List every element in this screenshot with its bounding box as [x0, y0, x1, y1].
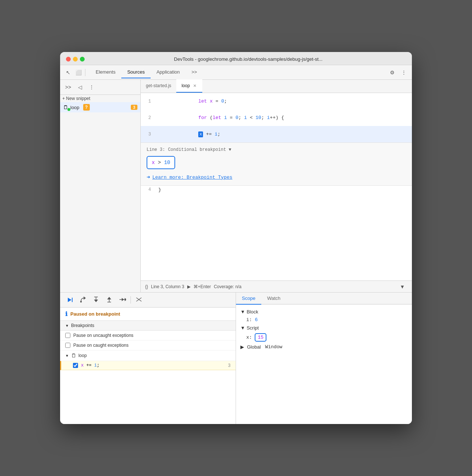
conditional-breakpoint-badge: ?: [83, 104, 90, 111]
line-content-4: }: [155, 187, 161, 193]
tab-application[interactable]: Application: [151, 66, 186, 78]
scope-watch-tabs: Scope Watch: [236, 293, 412, 305]
run-button[interactable]: ▶: [187, 284, 191, 289]
tab-sources[interactable]: Sources: [121, 66, 151, 78]
code-line-4: 4 }: [141, 186, 412, 194]
device-icon: ⬜: [75, 70, 82, 75]
breakpoints-section-header[interactable]: ▼ Breakpoints: [60, 321, 236, 331]
format-button[interactable]: {}: [145, 284, 148, 289]
deactivate-button[interactable]: [134, 295, 144, 305]
step-into-button[interactable]: [91, 295, 101, 305]
status-bar-options-button[interactable]: ▼: [397, 282, 408, 292]
breakpoint-file-header[interactable]: ▼ 🗒 loop: [60, 350, 236, 361]
scope-i-key: i:: [246, 317, 255, 323]
code-line-1: 1 let x = 0;: [141, 93, 412, 109]
breakpoints-label: Breakpoints: [71, 323, 94, 328]
svg-marker-0: [68, 298, 71, 302]
breakpoint-file-name: loop: [78, 353, 87, 358]
minimize-button[interactable]: [73, 57, 78, 62]
step-out-button[interactable]: [104, 295, 114, 305]
breakpoint-checkbox[interactable]: [73, 363, 78, 368]
line-content-2: for (let i = 0; i < 10; i++) {: [155, 109, 284, 126]
paused-banner: ℹ Paused on breakpoint: [60, 308, 236, 321]
triangle-icon: ▼: [65, 324, 69, 328]
info-icon: ℹ: [65, 310, 67, 317]
device-toggle-button[interactable]: ⬜: [73, 67, 84, 78]
coverage-label: Coverage: n/a: [214, 284, 241, 289]
tab-loop[interactable]: loop ✕: [176, 79, 202, 93]
scope-x-value: 15: [255, 333, 266, 342]
pause-caught-checkbox[interactable]: [65, 343, 70, 348]
content-area: >> ◁ ⋮ + New snippet 🗒 loop ? 3 get-star…: [60, 80, 412, 292]
close-button[interactable]: [66, 57, 71, 62]
debug-divider: [130, 296, 131, 304]
debug-left-panel: ℹ Paused on breakpoint ▼ Breakpoints Pau…: [60, 293, 236, 424]
resume-icon: [66, 297, 73, 303]
sidebar-history-button[interactable]: ◁: [75, 82, 85, 92]
tab-watch[interactable]: Watch: [261, 293, 286, 305]
step-button[interactable]: [117, 295, 128, 305]
close-loop-tab-button[interactable]: ✕: [192, 83, 197, 88]
sidebar-more-button[interactable]: ⋮: [86, 82, 97, 92]
settings-button[interactable]: ⚙: [387, 67, 397, 78]
line-content-1: let x = 0;: [155, 93, 227, 109]
sidebar-file-loop[interactable]: 🗒 loop ? 3: [60, 102, 140, 112]
scope-block-header[interactable]: ▼ Block: [236, 308, 412, 316]
file-tabs: get-started.js loop ✕: [141, 80, 412, 93]
maximize-button[interactable]: [80, 57, 85, 62]
debug-right-panel: Scope Watch ▼ Block i: 6 ▼ Script: [236, 293, 412, 424]
code-lines: 1 let x = 0; 2 for (let i = 0; i < 10; i…: [141, 93, 412, 280]
scope-script-header[interactable]: ▼ Script: [236, 324, 412, 332]
tab-elements[interactable]: Elements: [90, 66, 121, 78]
pause-uncaught-label: Pause on uncaught exceptions: [73, 333, 133, 338]
svg-marker-2: [84, 297, 85, 299]
bp-condition-input[interactable]: x > 10: [147, 156, 175, 169]
pause-caught-row: Pause on caught exceptions: [60, 341, 236, 350]
learn-more-icon: ➜: [147, 174, 150, 181]
script-label: Script: [247, 325, 259, 331]
breakpoint-entry: x += i; 3: [60, 361, 236, 370]
deactivate-icon: [136, 296, 142, 304]
breakpoint-file-triangle: ▼: [65, 354, 69, 358]
bp-type-label: Conditional breakpoint ▼: [168, 147, 231, 152]
step-over-button[interactable]: [78, 295, 88, 305]
status-bar-right: ▼: [397, 282, 408, 292]
tab-more[interactable]: >>: [186, 66, 203, 78]
toolbar-right: ⚙ ⋮: [387, 67, 409, 78]
resume-button[interactable]: [64, 295, 75, 305]
block-label: Block: [247, 309, 258, 315]
pause-uncaught-row: Pause on uncaught exceptions: [60, 331, 236, 341]
scope-script-x: x: 15: [236, 332, 412, 343]
breakpoint-popup: Line 3: Conditional breakpoint ▼ x > 10 …: [141, 142, 412, 186]
tab-label-loop: loop: [181, 83, 190, 88]
file-name: loop: [70, 105, 80, 110]
traffic-lights: [66, 57, 85, 62]
title-bar: DevTools - googlechrome.github.io/devtoo…: [60, 52, 412, 65]
step-into-icon: [93, 296, 99, 304]
sidebar-expand-button[interactable]: >>: [63, 82, 73, 92]
paused-text: Paused on breakpoint: [70, 311, 120, 317]
svg-rect-1: [72, 298, 73, 302]
code-editor[interactable]: 1 let x = 0; 2 for (let i = 0; i < 10; i…: [141, 93, 412, 280]
position-label: Line 3, Column 3: [151, 284, 184, 289]
scope-global-row[interactable]: ▶ Global Window: [236, 343, 412, 351]
toolbar-divider: [85, 69, 85, 76]
scope-content: ▼ Block i: 6 ▼ Script x: 15: [236, 305, 412, 354]
global-value: Window: [265, 344, 283, 350]
pause-uncaught-checkbox[interactable]: [65, 333, 70, 338]
pointer-tool-button[interactable]: ↖: [63, 67, 73, 78]
main-tabs: Elements Sources Application >>: [90, 66, 203, 78]
bp-line-label: Line 3:: [147, 147, 165, 152]
global-label: Global: [247, 344, 261, 350]
new-snippet-button[interactable]: + New snippet: [60, 95, 140, 102]
breakpoint-line-num: 3: [228, 363, 231, 368]
tab-get-started[interactable]: get-started.js: [141, 79, 176, 93]
more-options-button[interactable]: ⋮: [399, 67, 409, 78]
block-triangle: ▼: [240, 309, 245, 315]
svg-marker-5: [95, 300, 97, 302]
step-out-icon: [106, 296, 113, 304]
learn-more-link[interactable]: Learn more: Breakpoint Types: [152, 175, 232, 180]
bp-header: Line 3: Conditional breakpoint ▼: [147, 147, 406, 152]
tab-scope[interactable]: Scope: [236, 293, 261, 305]
step-icon: [119, 296, 126, 304]
